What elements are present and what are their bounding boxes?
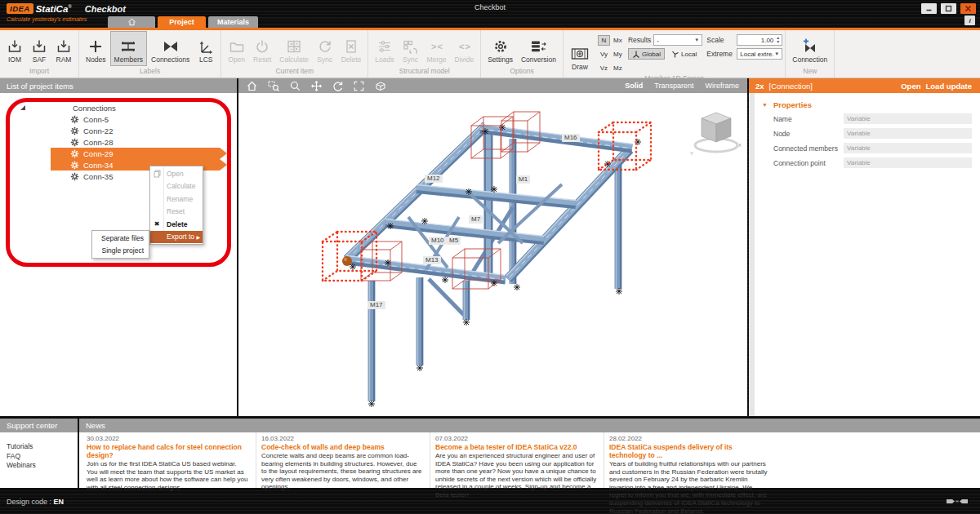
tree-item-conn-29-selected[interactable]: Conn-29 — [51, 148, 227, 159]
menu-item-delete[interactable]: ✖ Delete — [150, 218, 203, 231]
settings-label: Settings — [488, 55, 513, 64]
connection-gear-icon — [70, 115, 79, 124]
connections-toggle[interactable]: Connections — [147, 31, 194, 66]
tree-item-conn-5[interactable]: Conn-5 — [0, 113, 237, 125]
sync-model-label: Sync — [403, 55, 418, 64]
extreme-dropdown[interactable]: Local extre... ▼ — [737, 48, 782, 60]
name-field[interactable]: Variable — [844, 113, 972, 124]
view-cube[interactable]: X Y — [690, 113, 742, 156]
member-label-m12: M12 — [425, 175, 443, 183]
delete-item-button[interactable]: Delete — [337, 31, 366, 66]
link-faq[interactable]: FAQ — [7, 452, 78, 462]
force-toggle-vz[interactable]: Vz — [598, 63, 610, 73]
news-title[interactable]: Code-check of walls and deep beams — [261, 443, 423, 451]
connection-point-field[interactable]: Variable — [844, 157, 972, 168]
front-columns — [368, 277, 470, 401]
zoom-fit-icon[interactable] — [354, 81, 364, 91]
chevron-down-icon: ▼ — [694, 38, 699, 42]
calculate-button[interactable]: Calculate — [275, 31, 312, 66]
news-title[interactable]: Become a beta tester of IDEA StatiCa v22… — [435, 443, 597, 451]
news-title[interactable]: IDEA StatiCa suspends delivery of its te… — [609, 443, 771, 459]
sync-model-button[interactable]: Sync — [398, 31, 422, 66]
saf-import-button[interactable]: SAF — [27, 31, 51, 66]
open-connection-button[interactable]: Open — [901, 82, 920, 91]
global-axes-icon — [632, 50, 640, 59]
news-item[interactable]: 16.03.2022 Code-check of walls and deep … — [256, 432, 430, 488]
open-item-button[interactable]: Open — [224, 31, 249, 66]
reset-item-button[interactable]: Reset — [249, 31, 275, 66]
news-date: 28.02.2022 — [609, 435, 771, 442]
clipping-box-icon[interactable] — [375, 81, 386, 91]
tab-project[interactable]: Project — [158, 16, 206, 28]
tree-expander-icon[interactable] — [20, 105, 25, 110]
force-toggle-vy[interactable]: Vy — [598, 49, 610, 60]
members-label: Members — [114, 55, 143, 64]
spinner-arrows-icon[interactable]: ▲▼ — [776, 36, 780, 44]
iom-import-button[interactable]: IOM — [2, 31, 27, 66]
new-connection-label: Connection — [792, 55, 827, 64]
reset-item-label: Reset — [253, 55, 271, 64]
mode-transparent[interactable]: Transparent — [654, 82, 693, 90]
menu-item-calculate[interactable]: Calculate — [150, 180, 203, 193]
home-view-icon[interactable] — [247, 81, 257, 91]
conversion-button[interactable]: Conversion — [517, 31, 560, 66]
link-tutorials[interactable]: Tutorials — [7, 442, 78, 452]
news-item[interactable]: 30.03.2022 How to replace hand calcs for… — [82, 432, 256, 488]
zoom-window-icon[interactable] — [268, 81, 279, 91]
link-webinars[interactable]: Webinars — [7, 461, 78, 471]
menu-item-rename[interactable]: Rename — [150, 193, 203, 206]
rotate-icon[interactable] — [332, 81, 343, 91]
menu-item-reset[interactable]: Reset — [150, 206, 203, 219]
settings-button[interactable]: Settings — [483, 31, 517, 66]
new-connection-button[interactable]: Connection — [788, 31, 831, 66]
menu-item-export-to[interactable]: Export to ▶ — [150, 231, 203, 244]
local-toggle[interactable]: Local — [667, 48, 701, 60]
minimize-button[interactable] — [921, 3, 937, 14]
news-title[interactable]: How to replace hand calcs for steel conn… — [87, 443, 249, 459]
tree-root-connections[interactable]: Connections — [0, 102, 237, 113]
global-toggle[interactable]: Global — [628, 48, 665, 60]
force-toggle-mz[interactable]: Mz — [612, 63, 624, 73]
close-button[interactable] — [960, 3, 976, 14]
results-dropdown[interactable]: - ▼ — [653, 34, 702, 46]
draw-forces-button[interactable]: Draw — [566, 31, 594, 73]
lcs-toggle[interactable]: LCS — [194, 31, 218, 66]
force-toggle-n[interactable]: N — [598, 35, 610, 46]
merge-button[interactable]: Merge — [422, 31, 450, 66]
zoom-icon[interactable] — [290, 81, 301, 91]
divide-button[interactable]: Divide — [451, 31, 479, 66]
nodes-toggle[interactable]: Nodes — [82, 31, 110, 66]
news-item[interactable]: 28.02.2022 IDEA StatiCa suspends deliver… — [604, 432, 777, 488]
maximize-icon — [945, 5, 952, 12]
sync-item-button[interactable]: Sync — [313, 31, 337, 66]
tab-home[interactable] — [108, 16, 155, 28]
properties-section-header[interactable]: ▼ Properties — [762, 100, 972, 109]
scale-spinner[interactable]: 1.00 ▲▼ — [737, 34, 782, 46]
maximize-button[interactable] — [941, 3, 956, 14]
node-field[interactable]: Variable — [844, 128, 972, 139]
menu-item-open[interactable]: Open — [150, 167, 203, 180]
tree-item-conn-28[interactable]: Conn-28 — [0, 136, 237, 148]
force-toggle-my[interactable]: My — [612, 49, 624, 60]
mode-solid[interactable]: Solid — [625, 82, 643, 90]
ram-import-button[interactable]: RAM — [51, 31, 76, 66]
model-viewport[interactable]: X Y M16 M12 M1 M7 M10 M5 M13 M17 — [238, 93, 747, 416]
force-toggle-mx[interactable]: Mx — [612, 35, 624, 46]
loads-button[interactable]: Loads — [371, 31, 398, 66]
mode-wireframe[interactable]: Wireframe — [705, 82, 739, 90]
open-copy-icon — [150, 167, 164, 180]
submenu-item-separate-files[interactable]: Separate files — [92, 233, 149, 245]
members-toggle[interactable]: Members — [110, 31, 147, 66]
connected-members-field[interactable]: Variable — [844, 143, 972, 153]
tree-item-conn-22[interactable]: Conn-22 — [0, 125, 237, 136]
connection-plug-icon[interactable] — [946, 497, 969, 506]
submenu-item-single-project[interactable]: Single project — [92, 245, 149, 257]
load-update-button[interactable]: Load update — [926, 82, 972, 91]
nodes-label: Nodes — [86, 55, 106, 64]
news-item[interactable]: 07.03.2022 Become a beta tester of IDEA … — [430, 432, 604, 488]
pan-icon[interactable] — [311, 81, 322, 91]
tab-materials[interactable]: Materials — [208, 16, 258, 28]
structure-3d-scene[interactable]: X Y — [238, 93, 747, 416]
properties-scrollbar[interactable] — [749, 93, 755, 416]
info-button[interactable]: i — [964, 16, 975, 25]
